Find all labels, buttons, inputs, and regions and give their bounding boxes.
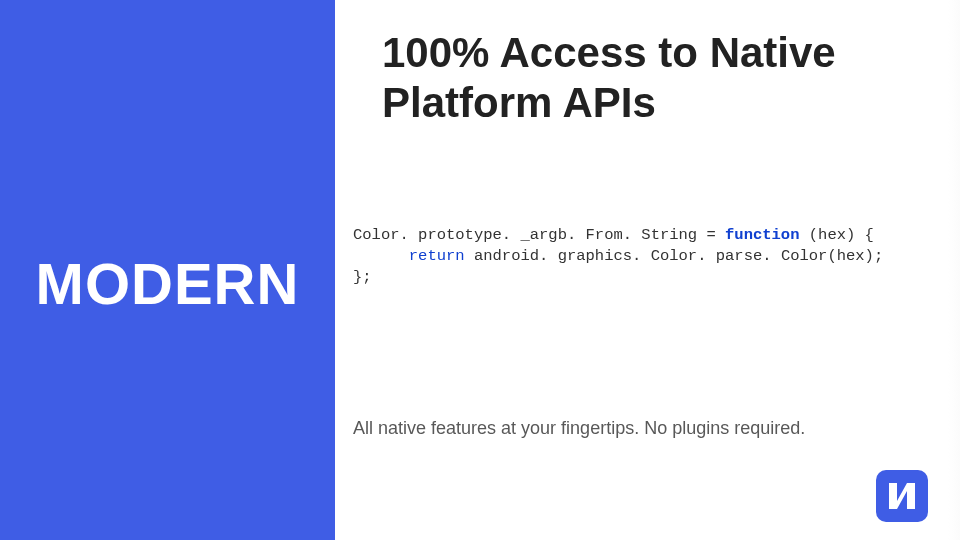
decorative-edge [948,0,960,540]
code-text: android. graphics. Color. parse. Color(h… [465,247,884,265]
sidebar-panel: MODERN [0,0,335,540]
body-text: All native features at your fingertips. … [353,418,943,439]
slide-title: 100% Access to Native Platform APIs [382,28,922,127]
nativescript-logo-icon [876,470,928,522]
code-keyword-return: return [409,247,465,265]
code-snippet: Color. prototype. _argb. From. String = … [353,225,933,288]
code-text: Color. prototype. _argb. From. String = [353,226,725,244]
sidebar-label: MODERN [0,250,335,317]
code-text: (hex) { [799,226,873,244]
code-keyword-function: function [725,226,799,244]
slide: MODERN 100% Access to Native Platform AP… [0,0,960,540]
code-indent [353,247,409,265]
code-text: }; [353,268,372,286]
